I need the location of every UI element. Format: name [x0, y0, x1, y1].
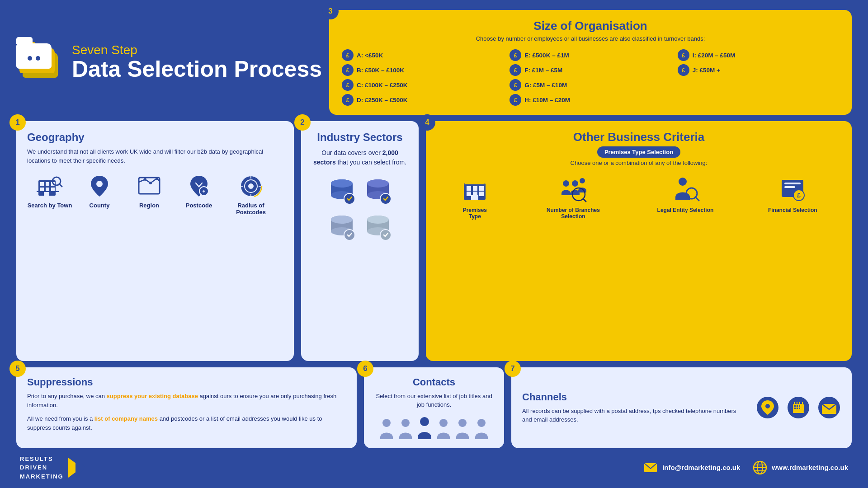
- svg-rect-53: [479, 192, 484, 196]
- geo-item-region: Region: [127, 173, 172, 216]
- geo-item-postcode: Postcode: [176, 173, 222, 216]
- svg-rect-49: [473, 186, 477, 191]
- svg-marker-55: [464, 177, 486, 184]
- svg-point-69: [382, 419, 391, 427]
- svg-line-10: [59, 184, 62, 187]
- channels-body: All records can be supplied with a posta…: [522, 407, 747, 424]
- band-h: £ H: £10M – £20M: [509, 94, 671, 106]
- size-subtitle: Choose by number or employees or all bus…: [342, 35, 839, 43]
- postcode-icon: [186, 173, 212, 199]
- svg-rect-81: [799, 402, 800, 405]
- svg-point-45: [367, 216, 389, 224]
- step-1-badge: 1: [9, 114, 26, 131]
- svg-point-40: [331, 216, 353, 224]
- band-a: £ A: <£50K: [342, 49, 503, 61]
- band-i: £ I: £20M – £50M: [678, 49, 839, 61]
- svg-point-11: [96, 181, 103, 187]
- criteria-label-premises: PremisesType: [463, 207, 487, 220]
- svg-rect-48: [467, 186, 471, 191]
- band-j: £ J: £50M +: [678, 64, 839, 76]
- svg-point-30: [331, 179, 353, 188]
- geo-label-postcode: Postcode: [186, 202, 212, 209]
- svg-rect-66: [784, 186, 795, 188]
- svg-rect-83: [793, 411, 804, 413]
- globe-icon: [753, 460, 767, 475]
- step-7-badge: 7: [505, 361, 521, 377]
- svg-rect-87: [794, 408, 796, 409]
- geo-label-county: County: [90, 202, 110, 209]
- database-icon-3: [326, 211, 358, 243]
- website-contact: www.rdmarketing.co.uk: [753, 460, 848, 475]
- svg-rect-84: [794, 405, 796, 407]
- criteria-choose-text: Choose one or a combination of any of th…: [437, 160, 841, 166]
- svg-rect-89: [799, 408, 800, 409]
- criteria-title: Other Business Criteria: [437, 130, 841, 144]
- geo-label-town: Search by Town: [28, 202, 72, 209]
- suppressions-body1: Prior to any purchase, we can suppress y…: [27, 392, 346, 410]
- logo-text: RESULTS DRIVEN MARKETING: [20, 455, 64, 481]
- building-icon: [37, 173, 63, 199]
- email-contact: info@rdmarketing.co.uk: [643, 460, 740, 475]
- geo-item-town: Search by Town: [27, 173, 72, 216]
- folder-icon: [16, 42, 64, 82]
- header-text: Seven Step Data Selection Process: [72, 43, 322, 81]
- legal-entity-icon: [671, 174, 700, 203]
- svg-rect-12: [139, 178, 160, 194]
- premises-badge: Premises Type Selection: [597, 146, 680, 158]
- svg-rect-1: [40, 182, 44, 186]
- svg-text:£: £: [797, 192, 801, 199]
- header: Seven Step Data Selection Process: [16, 10, 322, 115]
- radius-icon: [238, 173, 264, 199]
- suppressions-title: Suppressions: [27, 376, 346, 388]
- contacts-title: Contacts: [413, 376, 455, 388]
- band-b: £ B: £50K – £100K: [342, 64, 503, 76]
- industry-body: Our data covers over 2,000 sectors that …: [310, 148, 410, 167]
- card-suppressions: 5 Suppressions Prior to any purchase, we…: [16, 367, 357, 448]
- person-icon-6: [473, 418, 490, 439]
- step-5-badge: 5: [9, 361, 26, 377]
- criteria-item-financial: £ Financial Selection: [768, 174, 817, 213]
- suppressions-body2: All we need from you is a list of compan…: [27, 414, 346, 432]
- criteria-item-premises: PremisesType: [460, 174, 489, 220]
- email-address: info@rdmarketing.co.uk: [662, 464, 740, 471]
- card-size-organisation: 3 Size of Organisation Choose by number …: [329, 10, 852, 115]
- telephone-icon: [787, 396, 810, 419]
- svg-rect-85: [797, 405, 798, 407]
- svg-point-15: [156, 177, 158, 180]
- step-4-badge: 4: [419, 114, 435, 131]
- person-icon-3: [416, 416, 433, 439]
- svg-point-13: [144, 178, 146, 181]
- svg-rect-8: [37, 191, 59, 192]
- header-title: Data Selection Process: [72, 57, 322, 81]
- svg-rect-50: [479, 186, 484, 191]
- svg-point-21: [248, 183, 254, 189]
- step-3-badge: 3: [322, 3, 339, 19]
- size-title: Size of Organisation: [342, 19, 839, 33]
- geo-label-region: Region: [139, 202, 159, 209]
- svg-rect-7: [44, 192, 49, 196]
- criteria-item-branches: Number of Branches Selection: [544, 174, 603, 220]
- database-icon-2: [362, 175, 394, 207]
- geo-item-county: County: [77, 173, 122, 216]
- svg-rect-4: [40, 188, 44, 191]
- website-address: www.rdmarketing.co.uk: [772, 464, 848, 471]
- card-other-criteria: 4 Other Business Criteria Premises Type …: [426, 121, 852, 361]
- band-f: £ F: £1M – £5M: [509, 64, 671, 76]
- svg-point-57: [572, 180, 578, 187]
- svg-rect-65: [784, 183, 801, 184]
- svg-point-35: [367, 179, 389, 188]
- person-icon-4: [435, 418, 452, 439]
- band-c: £ C: £100K – £250K: [342, 79, 503, 91]
- criteria-item-legal: Legal Entity Selection: [657, 174, 714, 213]
- premises-type-icon: [460, 174, 489, 203]
- svg-rect-86: [799, 405, 800, 407]
- svg-point-61: [679, 178, 687, 186]
- svg-point-74: [477, 419, 486, 427]
- region-icon: [136, 173, 162, 199]
- email-footer-icon: [643, 460, 658, 475]
- svg-point-56: [563, 180, 569, 187]
- svg-rect-88: [797, 408, 798, 409]
- band-e: £ E: £500K – £1M: [509, 49, 671, 61]
- geography-body: We understand that not all clients work …: [27, 147, 283, 165]
- svg-rect-5: [46, 188, 49, 191]
